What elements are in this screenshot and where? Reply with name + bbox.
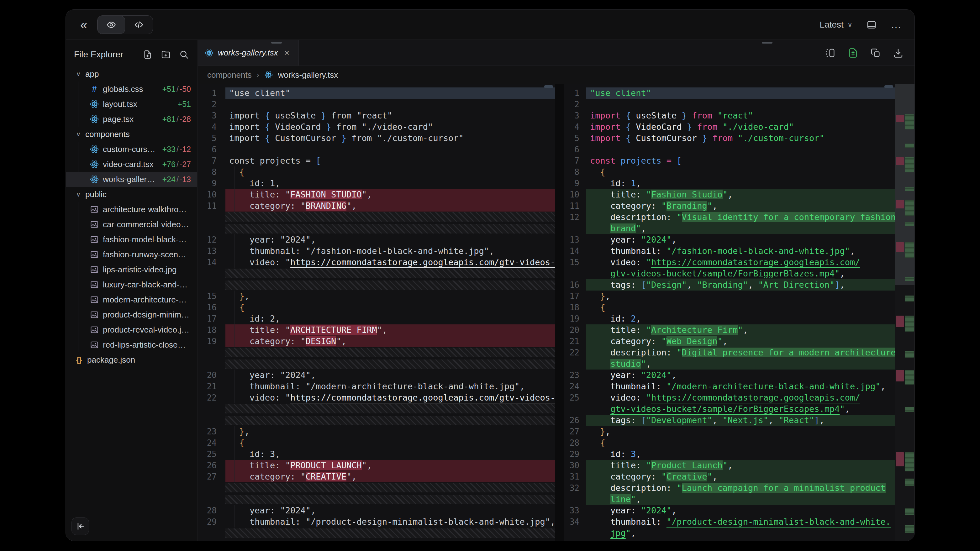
code-line: 21 category: "Web Design", xyxy=(564,336,895,347)
tree-file-package.json[interactable]: {}package.json xyxy=(66,352,197,367)
tree-file-lips-artistic-video.jpg[interactable]: lips-artistic-video.jpg xyxy=(66,262,197,277)
code-line: 17 id: 2, xyxy=(198,313,555,324)
tree-file-car-commercial-video-[interactable]: car-commercial-video… xyxy=(66,217,197,232)
tab-close-icon[interactable]: × xyxy=(284,48,290,58)
sidebar-title: File Explorer xyxy=(74,49,123,60)
line-number: 27 xyxy=(564,426,586,437)
image-file-icon xyxy=(90,235,99,244)
chevron-down-icon: ∨ xyxy=(74,191,83,198)
code-text: studio", xyxy=(586,358,895,370)
line-number: 25 xyxy=(198,448,225,460)
tree-file-fashion-runway-scen-[interactable]: fashion-runway-scen… xyxy=(66,247,197,262)
breadcrumb-folder[interactable]: components xyxy=(207,70,252,80)
diff-overview-gutter[interactable] xyxy=(895,84,915,541)
diff-view-button[interactable] xyxy=(847,47,859,59)
code-line: 26 title: "PRODUCT LAUNCH", xyxy=(198,460,555,471)
tree-file-product-design-minim-[interactable]: product-design-minim… xyxy=(66,307,197,322)
hatch-band xyxy=(225,348,555,357)
version-dropdown[interactable]: Latest ∨ xyxy=(820,20,853,30)
new-file-button[interactable] xyxy=(143,49,153,60)
diff-stats: +81/-28 xyxy=(162,115,191,124)
code-text: year: "2024", xyxy=(225,234,555,245)
tree-folder-components[interactable]: ∨components xyxy=(66,127,197,142)
left-pane-scroll-dash[interactable] xyxy=(271,42,282,44)
tab-works-gallery[interactable]: works-gallery.tsx × xyxy=(198,40,299,65)
old-pane-scrollbar[interactable] xyxy=(544,85,553,88)
line-number: 8 xyxy=(564,167,586,178)
tree-file-luxury-car-black-and-[interactable]: luxury-car-black-and-… xyxy=(66,277,197,292)
split-view-button[interactable] xyxy=(825,47,836,59)
code-line: 12 description: "Visual identity for a c… xyxy=(564,211,895,223)
tree-item-label: architecture-walkthro… xyxy=(103,205,186,214)
react-icon xyxy=(264,70,273,79)
code-text: }, xyxy=(225,291,555,302)
collapse-sidebar-button[interactable] xyxy=(72,518,89,535)
tree-folder-app[interactable]: ∨app xyxy=(66,67,197,81)
right-pane-scroll-dash[interactable] xyxy=(762,42,772,44)
diff-pane-new[interactable]: 1"use client"23import { useState } from … xyxy=(564,84,895,541)
new-folder-button[interactable] xyxy=(161,49,171,60)
code-text: year: "2024", xyxy=(586,234,895,245)
line-number: 5 xyxy=(198,133,225,144)
tree-file-architecture-walkthro-[interactable]: architecture-walkthro… xyxy=(66,202,197,217)
panel-layout-button[interactable] xyxy=(866,19,877,30)
collapse-panel-button[interactable]: « xyxy=(78,19,89,31)
chevron-down-icon: ∨ xyxy=(847,21,853,29)
line-number: 10 xyxy=(198,189,225,200)
overview-addition-block xyxy=(905,316,914,332)
tree-file-page.tsx[interactable]: page.tsx+81/-28 xyxy=(66,111,197,127)
code-line: 2 xyxy=(198,99,555,110)
code-toggle-button[interactable] xyxy=(125,16,153,34)
code-line: 14 video: "https://commondatastorage.goo… xyxy=(198,257,555,268)
tree-file-layout.tsx[interactable]: layout.tsx+51 xyxy=(66,97,197,111)
preview-toggle-button[interactable] xyxy=(97,16,125,34)
code-line: 9 id: 1, xyxy=(198,178,555,189)
search-button[interactable] xyxy=(179,49,189,60)
code-line: gtv-videos-bucket/sample/ForBiggerEscape… xyxy=(564,403,895,414)
code-text: thumbnail: "/modern-architecture-black-a… xyxy=(225,381,555,392)
react-file-icon xyxy=(90,160,99,169)
image-file-icon xyxy=(90,250,99,259)
copy-button[interactable] xyxy=(870,47,881,59)
line-number xyxy=(564,494,586,505)
code-text: { xyxy=(225,167,555,178)
hatch-band xyxy=(225,483,555,492)
tree-file-modern-architecture-[interactable]: modern-architecture-… xyxy=(66,292,197,307)
code-line: 9 id: 1, xyxy=(564,178,895,189)
tree-file-custom-curs-[interactable]: custom-curs…+33/-12 xyxy=(66,142,197,157)
tree-indent-guide xyxy=(78,111,78,127)
tree-file-video-card.tsx[interactable]: video-card.tsx+76/-27 xyxy=(66,157,197,172)
tree-file-globals.css[interactable]: #globals.css+51/-50 xyxy=(66,81,197,97)
code-text: description: "Launch campaign for a mini… xyxy=(586,482,895,494)
code-line: 3import { useState } from "react" xyxy=(564,110,895,121)
tree-file-fashion-model-black-[interactable]: fashion-model-black-… xyxy=(66,232,197,247)
code-text: category: "Web Design", xyxy=(586,336,895,347)
code-line: jpg", xyxy=(564,527,895,539)
image-file-icon xyxy=(90,265,99,274)
code-line: 18 title: "ARCHITECTURE FIRM", xyxy=(198,324,555,336)
new-pane-scrollbar[interactable] xyxy=(885,85,893,88)
breadcrumb-file[interactable]: works-gallery.tsx xyxy=(278,70,338,80)
tree-folder-public[interactable]: ∨public xyxy=(66,187,197,202)
code-line: 21 thumbnail: "/modern-architecture-blac… xyxy=(198,381,555,392)
line-number: 22 xyxy=(564,347,586,358)
more-options-button[interactable]: … xyxy=(891,19,902,31)
react-file-icon xyxy=(90,144,99,154)
tree-item-label: luxury-car-black-and-… xyxy=(103,280,188,290)
hatch-band xyxy=(225,212,555,222)
code-text: title: "PRODUCT LAUNCH", xyxy=(225,460,555,471)
tree-file-works-galler-[interactable]: works-galler…+24/-13 xyxy=(66,172,197,187)
tree-file-product-reveal-video.j-[interactable]: product-reveal-video.j… xyxy=(66,322,197,337)
pane-divider[interactable] xyxy=(555,84,564,541)
code-text: brand", xyxy=(586,223,895,234)
line-number xyxy=(564,527,586,539)
json-file-icon: {} xyxy=(74,355,83,365)
tree-item-label: product-design-minim… xyxy=(103,310,189,320)
overview-deletion-block xyxy=(896,316,904,327)
diff-pane-old[interactable]: 1"use client"23import { useState } from … xyxy=(198,84,555,541)
download-button[interactable] xyxy=(892,47,904,59)
code-line: 23 }, xyxy=(198,426,555,437)
code-text: { xyxy=(586,302,895,313)
tree-file-red-lips-artistic-close-[interactable]: red-lips-artistic-close… xyxy=(66,337,197,352)
code-text: }, xyxy=(586,291,895,302)
